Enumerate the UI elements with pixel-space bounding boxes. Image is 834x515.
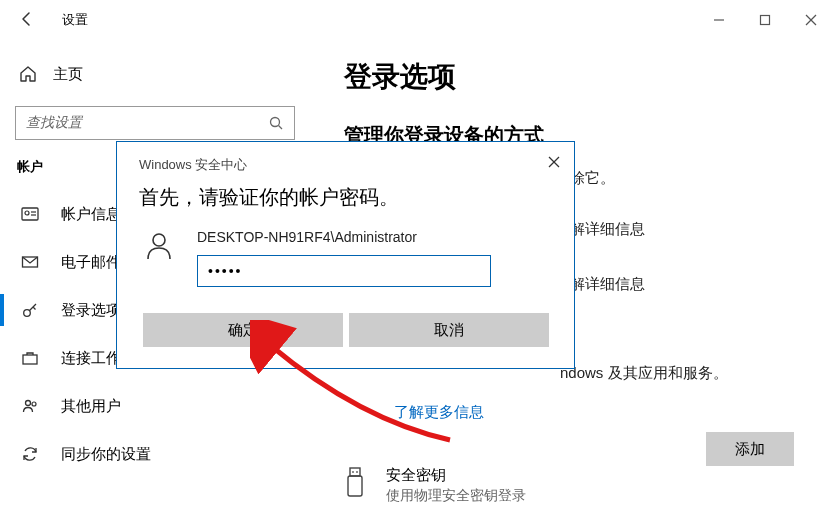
sidebar-item-label: 登录选项 xyxy=(61,301,121,320)
dialog-username: DESKTOP-NH91RF4\Administrator xyxy=(197,229,491,245)
cancel-button[interactable]: 取消 xyxy=(349,313,549,347)
svg-line-5 xyxy=(279,125,283,129)
page-title: 登录选项 xyxy=(344,52,804,96)
ok-button[interactable]: 确定 xyxy=(143,313,343,347)
security-key-title: 安全密钥 xyxy=(386,466,526,485)
svg-rect-6 xyxy=(22,208,38,220)
sidebar-item-label: 其他用户 xyxy=(61,397,121,416)
dialog-close-button[interactable] xyxy=(542,150,566,174)
truncated-text: 解详细信息 xyxy=(570,275,804,294)
svg-point-13 xyxy=(26,401,31,406)
truncated-text: ndows 及其应用和服务。 xyxy=(560,364,804,383)
user-card-icon xyxy=(21,205,39,223)
close-icon xyxy=(548,156,560,168)
windows-security-dialog: Windows 安全中心 首先，请验证你的帐户密码。 DESKTOP-NH91R… xyxy=(116,141,575,369)
add-button[interactable]: 添加 xyxy=(706,432,794,466)
titlebar: 设置 xyxy=(0,0,834,40)
sidebar-item-sync[interactable]: 同步你的设置 xyxy=(15,430,310,478)
svg-point-14 xyxy=(32,402,36,406)
people-icon xyxy=(21,397,39,415)
search-icon xyxy=(269,116,284,131)
truncated-text: 除它。 xyxy=(570,169,804,188)
back-button[interactable] xyxy=(18,10,36,31)
briefcase-icon xyxy=(21,349,39,367)
usb-key-icon xyxy=(344,466,366,498)
security-key-option[interactable]: 安全密钥 使用物理安全密钥登录 xyxy=(344,466,804,505)
close-button[interactable] xyxy=(788,5,834,35)
sidebar-item-label: 帐户信息 xyxy=(61,205,121,224)
mail-icon xyxy=(21,253,39,271)
maximize-button[interactable] xyxy=(742,5,788,35)
user-icon xyxy=(143,229,175,261)
truncated-text: 解详细信息 xyxy=(570,220,804,239)
svg-rect-1 xyxy=(761,16,770,25)
svg-point-21 xyxy=(153,234,165,246)
sidebar-item-other-users[interactable]: 其他用户 xyxy=(15,382,310,430)
sidebar-item-label: 同步你的设置 xyxy=(61,445,151,464)
security-key-subtitle: 使用物理安全密钥登录 xyxy=(386,487,526,505)
svg-point-7 xyxy=(25,211,29,215)
svg-rect-16 xyxy=(348,476,362,496)
key-icon xyxy=(21,301,39,319)
password-field[interactable] xyxy=(197,255,491,287)
svg-rect-15 xyxy=(350,468,360,476)
dialog-heading: 首先，请验证你的帐户密码。 xyxy=(139,184,552,211)
dialog-app-title: Windows 安全中心 xyxy=(139,156,552,174)
window-title: 设置 xyxy=(62,11,88,29)
learn-more-link[interactable]: 了解更多信息 xyxy=(394,403,804,422)
window-controls xyxy=(696,5,834,35)
svg-point-4 xyxy=(271,117,280,126)
home-label: 主页 xyxy=(53,65,83,84)
home-link[interactable]: 主页 xyxy=(15,54,310,94)
search-placeholder: 查找设置 xyxy=(26,114,82,132)
svg-rect-12 xyxy=(23,355,37,364)
minimize-button[interactable] xyxy=(696,5,742,35)
sync-icon xyxy=(21,445,39,463)
search-input[interactable]: 查找设置 xyxy=(15,106,295,140)
